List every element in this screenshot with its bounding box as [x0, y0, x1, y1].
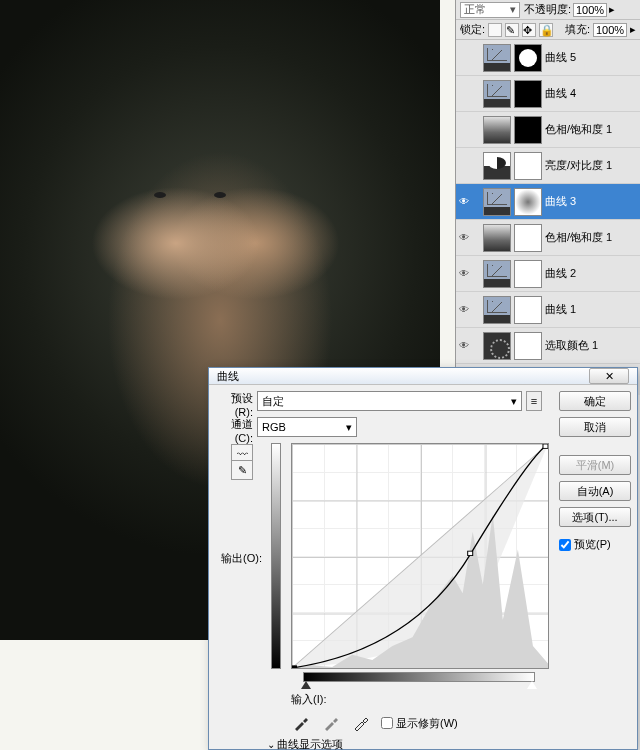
preset-select[interactable]: 自定▾: [257, 391, 522, 411]
show-clip-input[interactable]: [381, 717, 393, 729]
layer-row[interactable]: 选取颜色 1: [456, 328, 640, 364]
layer-name-label: 曲线 2: [545, 266, 637, 281]
lock-position-icon[interactable]: ✥: [522, 23, 536, 37]
layer-mask-thumb[interactable]: [514, 296, 542, 324]
visibility-toggle[interactable]: [459, 231, 473, 245]
channel-label: 通道(C):: [213, 417, 253, 444]
layer-name-label: 色相/饱和度 1: [545, 230, 637, 245]
opacity-control: 不透明度: 100% ▸: [524, 2, 615, 17]
cancel-button[interactable]: 取消: [559, 417, 631, 437]
white-point-slider[interactable]: [527, 681, 537, 689]
layer-row[interactable]: 曲线 2: [456, 256, 640, 292]
layer-name-label: 选取颜色 1: [545, 338, 637, 353]
layer-name-label: 曲线 4: [545, 86, 637, 101]
layer-mask-thumb[interactable]: [514, 260, 542, 288]
layer-list: 曲线 5曲线 4色相/饱和度 1亮度/对比度 1曲线 3色相/饱和度 1曲线 2…: [456, 40, 640, 395]
auto-button[interactable]: 自动(A): [559, 481, 631, 501]
eyedropper-row: 显示修剪(W): [291, 713, 549, 733]
blend-mode-select[interactable]: 正常▾: [460, 2, 520, 18]
curves-dialog: 曲线 ✕ 预设(R): 通道(C): 〰 ✎ 自定▾ ≡: [208, 367, 638, 750]
layers-panel: 正常▾ 不透明度: 100% ▸ 锁定: ✎ ✥ 🔒 填充: 100% ▸ 曲线…: [455, 0, 640, 395]
layer-mask-thumb[interactable]: [514, 44, 542, 72]
chevron-down-icon: ▾: [510, 3, 516, 16]
lock-row: 锁定: ✎ ✥ 🔒 填充: 100% ▸: [456, 20, 640, 40]
lock-all-icon[interactable]: 🔒: [539, 23, 553, 37]
chevron-down-icon[interactable]: ▸: [609, 3, 615, 16]
adjustment-thumb-curves: [483, 296, 511, 324]
curve-point-white: [543, 444, 548, 448]
dialog-titlebar[interactable]: 曲线 ✕: [209, 368, 637, 385]
adjustment-thumb-hue: [483, 224, 511, 252]
adjustment-thumb-curves: [483, 260, 511, 288]
dialog-title: 曲线: [217, 369, 239, 384]
lock-paint-icon[interactable]: ✎: [505, 23, 519, 37]
adjustment-thumb-curves: [483, 44, 511, 72]
ok-button[interactable]: 确定: [559, 391, 631, 411]
chevron-down-icon: ▾: [511, 395, 517, 408]
chevron-down-icon: ▾: [346, 421, 352, 434]
layer-name-label: 色相/饱和度 1: [545, 122, 637, 137]
visibility-toggle[interactable]: [459, 195, 473, 209]
smooth-button[interactable]: 平滑(M): [559, 455, 631, 475]
preset-label: 预设(R):: [213, 391, 253, 418]
curve-pencil-tool[interactable]: ✎: [231, 460, 253, 480]
layer-mask-thumb[interactable]: [514, 332, 542, 360]
visibility-toggle[interactable]: [459, 303, 473, 317]
display-options-label: 曲线显示选项: [277, 737, 343, 750]
layer-mask-thumb[interactable]: [514, 224, 542, 252]
black-eyedropper[interactable]: [291, 713, 311, 733]
white-eyedropper[interactable]: [351, 713, 371, 733]
visibility-toggle[interactable]: [459, 339, 473, 353]
black-point-slider[interactable]: [301, 681, 311, 689]
layer-name-label: 亮度/对比度 1: [545, 158, 637, 173]
output-label: 输出(O):: [221, 551, 262, 566]
fill-value[interactable]: 100%: [593, 23, 627, 37]
input-gradient[interactable]: [303, 672, 535, 682]
curve-point-black: [292, 665, 297, 668]
show-clip-label: 显示修剪(W): [396, 716, 458, 731]
layer-row[interactable]: 曲线 5: [456, 40, 640, 76]
dialog-buttons-column: 确定 取消 平滑(M) 自动(A) 选项(T)... 预览(P): [553, 385, 637, 750]
visibility-toggle[interactable]: [459, 123, 473, 137]
layer-mask-thumb[interactable]: [514, 116, 542, 144]
layer-row[interactable]: 亮度/对比度 1: [456, 148, 640, 184]
preview-input[interactable]: [559, 539, 571, 551]
visibility-toggle[interactable]: [459, 87, 473, 101]
preset-menu-button[interactable]: ≡: [526, 391, 542, 411]
close-button[interactable]: ✕: [589, 368, 629, 384]
layer-row[interactable]: 色相/饱和度 1: [456, 220, 640, 256]
layer-row[interactable]: 曲线 1: [456, 292, 640, 328]
opacity-value[interactable]: 100%: [573, 3, 607, 17]
fill-label: 填充:: [565, 22, 590, 37]
curve-svg: [292, 444, 548, 668]
curve-display-options-toggle[interactable]: ⌄ 曲线显示选项: [267, 737, 549, 750]
adjustment-thumb-bc: [483, 152, 511, 180]
preview-checkbox[interactable]: 预览(P): [559, 537, 611, 552]
channel-select[interactable]: RGB▾: [257, 417, 357, 437]
dialog-main-column: 自定▾ ≡ RGB▾ 输出(O):: [257, 385, 553, 750]
preset-value: 自定: [262, 394, 284, 409]
layer-mask-thumb[interactable]: [514, 80, 542, 108]
layer-name-label: 曲线 5: [545, 50, 637, 65]
chevron-down-icon[interactable]: ▸: [630, 23, 636, 36]
layer-row[interactable]: 曲线 3: [456, 184, 640, 220]
visibility-toggle[interactable]: [459, 159, 473, 173]
layer-name-label: 曲线 3: [545, 194, 637, 209]
visibility-toggle[interactable]: [459, 51, 473, 65]
gray-eyedropper[interactable]: [321, 713, 341, 733]
layer-mask-thumb[interactable]: [514, 188, 542, 216]
layer-name-label: 曲线 1: [545, 302, 637, 317]
visibility-toggle[interactable]: [459, 267, 473, 281]
input-label: 输入(I):: [291, 692, 549, 707]
show-clip-checkbox[interactable]: 显示修剪(W): [381, 716, 458, 731]
lock-transparent-icon[interactable]: [488, 23, 502, 37]
lock-label: 锁定:: [460, 22, 485, 37]
layer-row[interactable]: 曲线 4: [456, 76, 640, 112]
layer-row[interactable]: 色相/饱和度 1: [456, 112, 640, 148]
curve-graph[interactable]: [291, 443, 549, 669]
channel-value: RGB: [262, 421, 286, 433]
dialog-labels-column: 预设(R): 通道(C): 〰 ✎: [209, 385, 257, 750]
layer-mask-thumb[interactable]: [514, 152, 542, 180]
options-button[interactable]: 选项(T)...: [559, 507, 631, 527]
adjustment-thumb-curves: [483, 80, 511, 108]
